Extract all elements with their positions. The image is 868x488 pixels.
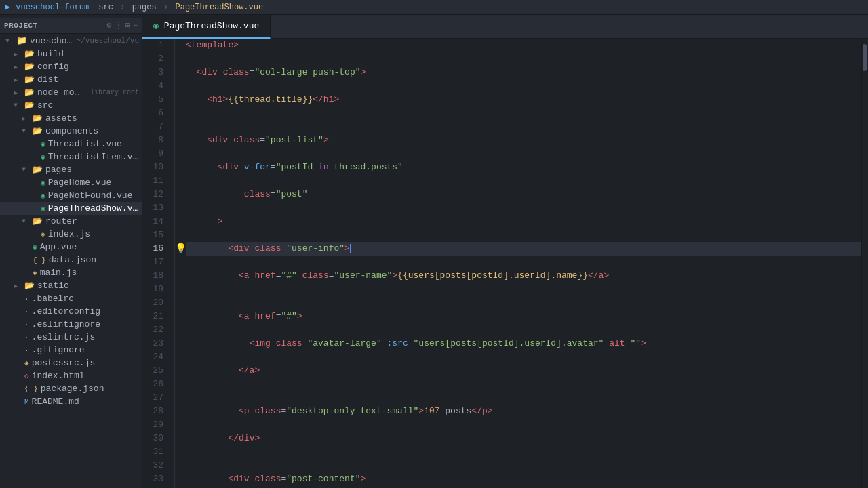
ln-8: 8 [142, 134, 169, 147]
json-file-icon: { } [24, 385, 38, 393]
sidebar-item-readmemd[interactable]: ▶ M README.md [0, 395, 142, 408]
layout-icon[interactable]: ⊞ [125, 20, 130, 30]
sidebar-item-editorconfig[interactable]: ▶ · .editorconfig [0, 305, 142, 318]
sidebar-item-pagenotfound[interactable]: ▶ ◉ PageNotFound.vue [0, 189, 142, 202]
tab-pages[interactable]: pages [128, 3, 161, 12]
token: = [260, 134, 265, 147]
ln-6: 6 [142, 106, 169, 120]
token: > [344, 242, 350, 256]
code-line-13 [186, 201, 861, 215]
sidebar: Project ⚙ ⋮ ⊞ − ▼ 📁 vueschool-forum ~/vu… [0, 15, 142, 488]
sidebar-item-static[interactable]: ▶ 📂 static [0, 279, 142, 292]
sidebar-item-indexhtml[interactable]: ▶ ◇ index.html [0, 369, 142, 382]
code-line-4 [186, 79, 861, 93]
code-line-23: <img class="avatar-large" :src="users[po… [186, 337, 861, 350]
vue-file-icon: ◉ [41, 152, 45, 161]
code-line-32 [186, 459, 861, 472]
collapse-icon[interactable]: − [133, 21, 138, 30]
sidebar-label-pagenotfound: PageNotFound.vue [48, 190, 139, 201]
sidebar-label-pages: pages [45, 165, 139, 175]
sidebar-label-assets: assets [45, 113, 139, 123]
code-line-12: class="post" [186, 188, 861, 201]
md-file-icon: M [24, 398, 29, 406]
editor-content[interactable]: 1 2 3 4 5 6 7 8 9 10 11 12 13 14 15 16 1 [142, 39, 868, 488]
code-line-1: <template> [186, 39, 861, 52]
sidebar-item-gitignore[interactable]: ▶ · .gitignore [0, 344, 142, 357]
js-file-icon: ◈ [41, 230, 45, 239]
sidebar-label-pagethreadshow: PageThreadShow.vue [48, 203, 139, 214]
sidebar-item-packagejson[interactable]: ▶ { } package.json [0, 382, 142, 395]
token [186, 364, 239, 378]
token [186, 310, 239, 323]
sidebar-item-eslintignore[interactable]: ▶ · .eslintignore [0, 318, 142, 331]
sidebar-label-components: components [45, 126, 139, 136]
sidebar-label-eslintrc: .eslintrc.js [32, 332, 139, 342]
token: 107 [424, 405, 439, 418]
token: "post" [276, 188, 308, 201]
token: "#" [281, 269, 296, 283]
sidebar-item-root[interactable]: ▼ 📁 vueschool-forum ~/vueschool/vu [0, 34, 142, 47]
code-line-27 [186, 391, 861, 405]
sidebar-label-babelrc: .babelrc [32, 293, 139, 304]
ln-14: 14 [142, 215, 169, 228]
sidebar-label-node-modules: node_modules [37, 87, 85, 98]
token [186, 269, 239, 283]
editor-tab-pagethreadshow[interactable]: ◉ PageThreadShow.vue [142, 15, 271, 39]
token: <a [239, 269, 254, 283]
folder-icon: 📂 [33, 165, 43, 175]
arrow-icon: ▶ [14, 50, 22, 58]
code-line-8: <div class="post-list"> [186, 134, 861, 147]
code-line-6 [186, 106, 861, 120]
token: = [281, 242, 286, 256]
sidebar-item-eslintrc[interactable]: ▶ · .eslintrc.js [0, 331, 142, 344]
settings-icon[interactable]: ⋮ [115, 20, 123, 30]
json-file-icon: { } [33, 256, 46, 264]
sidebar-label-config: config [37, 62, 139, 72]
token: <a [239, 310, 254, 323]
sidebar-item-pagehome[interactable]: ▶ ◉ PageHome.vue [0, 176, 142, 189]
sidebar-item-node-modules[interactable]: ▶ 📂 node_modules library root [0, 86, 142, 99]
sidebar-item-pagethreadshow[interactable]: ▶ ◉ PageThreadShow.vue [0, 202, 142, 215]
tab-pagethreadshow[interactable]: PageThreadShow.vue [172, 3, 268, 12]
token: </div> [228, 432, 260, 445]
ln-23: 23 [142, 337, 169, 350]
sidebar-item-appvue[interactable]: ▶ ◉ App.vue [0, 241, 142, 253]
token: > [418, 405, 424, 418]
sidebar-item-build[interactable]: ▶ 📂 build [0, 47, 142, 60]
sidebar-item-router[interactable]: ▼ 📂 router [0, 215, 142, 228]
ln-17: 17 [142, 256, 169, 269]
token: = [329, 269, 334, 283]
sidebar-item-config[interactable]: ▶ 📂 config [0, 60, 142, 73]
sidebar-item-mainjs[interactable]: ▶ ◈ main.js [0, 266, 142, 279]
sidebar-label-build: build [37, 49, 139, 59]
sidebar-item-datajson[interactable]: ▶ { } data.json [0, 253, 142, 266]
scrollbar-thumb[interactable] [863, 44, 867, 71]
code-container: 1 2 3 4 5 6 7 8 9 10 11 12 13 14 15 16 1 [142, 39, 868, 488]
sidebar-label-postcssrc: postcssrc.js [32, 358, 139, 368]
js-file-icon: ◈ [33, 268, 37, 277]
dot-file-icon: · [24, 321, 29, 329]
arrow-icon: ▶ [14, 282, 22, 290]
vertical-scrollbar[interactable] [861, 39, 868, 488]
sidebar-item-src[interactable]: ▼ 📂 src [0, 99, 142, 112]
vue-file-icon: ◉ [33, 243, 37, 251]
token: "#" [281, 310, 296, 323]
sidebar-item-dist[interactable]: ▶ 📂 dist [0, 73, 142, 86]
sidebar-item-threadlist[interactable]: ▶ ◉ ThreadList.vue [0, 138, 142, 150]
sidebar-item-components[interactable]: ▼ 📂 components [0, 125, 142, 138]
root-path: ~/vueschool/vu [77, 37, 139, 45]
vue-file-icon: ◉ [41, 140, 45, 148]
token: class [254, 472, 281, 486]
ln-30: 30 [142, 432, 169, 445]
token: "post-content" [286, 472, 360, 486]
gear-icon[interactable]: ⚙ [106, 20, 111, 30]
sidebar-item-pages[interactable]: ▼ 📂 pages [0, 163, 142, 176]
sidebar-label-pagehome: PageHome.vue [48, 178, 139, 188]
sidebar-item-babelrc[interactable]: ▶ · .babelrc [0, 292, 142, 305]
sidebar-item-threadlistitem[interactable]: ▶ ◉ ThreadListItem.vue [0, 150, 142, 163]
sidebar-item-assets[interactable]: ▶ 📂 assets [0, 112, 142, 125]
sidebar-item-postcssrc[interactable]: ▶ ◈ postcssrc.js [0, 357, 142, 369]
sidebar-item-router-index[interactable]: ▶ ◈ index.js [0, 228, 142, 241]
folder-icon: 📂 [24, 49, 35, 59]
tab-src[interactable]: src [94, 3, 117, 12]
